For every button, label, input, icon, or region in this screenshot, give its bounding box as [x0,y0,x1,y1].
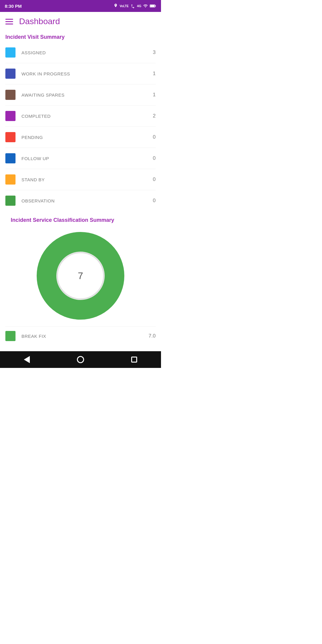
recents-icon [131,357,137,363]
home-button[interactable] [74,353,87,366]
bottom-navigation [0,351,161,368]
incident-visit-summary-list: ASSIGNED 3 WORK IN PROGRESS 1 AWAITING S… [0,42,161,211]
volte-icon: VoLTE [120,4,129,8]
data-icon [130,4,135,8]
summary-list-item[interactable]: WORK IN PROGRESS 1 [5,63,156,84]
back-button[interactable] [20,353,33,366]
status-color-box [5,132,16,142]
status-label: STAND BY [21,177,153,182]
donut-chart-container: 7 [5,225,156,323]
incident-service-title: Incident Service Classification Summary [5,214,156,225]
legend-color-box [5,331,16,341]
status-label: OBSERVATION [21,198,153,203]
summary-list-item[interactable]: FOLLOW UP 0 [5,148,156,169]
status-bar: 8:30 PM VoLTE 4G [0,0,161,12]
network-icon: 4G [137,4,141,8]
status-label: PENDING [21,135,153,140]
signal-icon [143,4,148,8]
donut-center-value: 7 [78,270,83,281]
summary-list-item[interactable]: ASSIGNED 3 [5,42,156,63]
menu-button[interactable] [5,19,13,24]
recents-button[interactable] [128,353,141,366]
summary-list-item[interactable]: PENDING 0 [5,127,156,148]
summary-list-item[interactable]: COMPLETED 2 [5,106,156,127]
location-icon [114,3,118,9]
legend-list-item[interactable]: BREAK FIX 7.0 [5,326,156,345]
status-count: 3 [153,49,156,55]
svg-rect-2 [155,5,156,7]
status-label: WORK IN PROGRESS [21,71,153,76]
incident-visit-summary-title: Incident Visit Summary [0,31,161,42]
status-color-box [5,153,16,163]
legend-label: BREAK FIX [21,334,148,339]
home-icon [77,356,84,363]
status-count: 1 [153,92,156,98]
hamburger-line-3 [5,24,13,24]
status-color-box [5,174,16,185]
hamburger-line-1 [5,19,13,20]
status-count: 1 [153,71,156,77]
status-count: 2 [153,113,156,119]
status-color-box [5,69,16,79]
app-header: Dashboard [0,12,161,31]
svg-rect-1 [150,5,155,7]
donut-chart: 7 [36,231,125,321]
page-title: Dashboard [19,17,60,26]
battery-icon [150,4,156,8]
status-count: 0 [153,198,156,204]
incident-service-section: Incident Service Classification Summary … [0,211,161,323]
status-color-box [5,196,16,206]
status-color-box [5,90,16,100]
status-icons: VoLTE 4G [114,3,156,9]
status-label: ASSIGNED [21,50,153,55]
summary-list-item[interactable]: OBSERVATION 0 [5,190,156,211]
status-color-box [5,111,16,121]
back-icon [24,356,30,363]
status-label: FOLLOW UP [21,156,153,161]
status-count: 0 [153,177,156,182]
status-label: AWAITING SPARES [21,92,153,97]
legend-value: 7.0 [148,333,156,339]
status-label: COMPLETED [21,114,153,119]
summary-list-item[interactable]: AWAITING SPARES 1 [5,84,156,106]
status-color-box [5,47,16,58]
service-legend-list: BREAK FIX 7.0 [0,323,161,351]
status-time: 8:30 PM [5,4,22,9]
status-count: 0 [153,134,156,140]
summary-list-item[interactable]: STAND BY 0 [5,169,156,190]
status-count: 0 [153,155,156,161]
hamburger-line-2 [5,21,13,22]
